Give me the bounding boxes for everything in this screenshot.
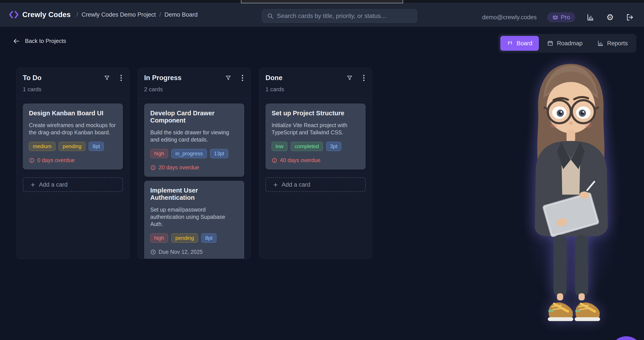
column-filter-button[interactable] — [346, 74, 353, 82]
column-header: In Progress — [138, 68, 250, 99]
card-due-text: 0 days overdue — [37, 157, 75, 164]
breadcrumb: / Crewly Codes Demo Project / Demo Board — [76, 11, 198, 18]
bar-chart-icon — [586, 13, 594, 21]
tag-points: 3pt — [326, 142, 341, 151]
breadcrumb-separator: / — [159, 11, 161, 18]
card-title: Set up Project Structure — [272, 110, 360, 117]
tag-priority: low — [272, 142, 288, 151]
kebab-vertical-icon — [120, 75, 122, 81]
user-email: demo@crewly.codes — [482, 14, 537, 21]
card-title: Design Kanban Board UI — [29, 110, 117, 117]
back-to-projects-button[interactable]: Back to Projects — [13, 38, 66, 44]
column-title: Done — [266, 74, 346, 82]
column-todo: To Do — [16, 68, 129, 259]
column-card-count: 1 cards — [266, 86, 366, 93]
card-due-status: 20 days overdue — [150, 164, 238, 171]
card-due-status: 0 days overdue — [29, 157, 117, 164]
header-right: demo@crewly.codes Pro ⚙ — [482, 5, 634, 29]
column-menu-button[interactable] — [241, 74, 244, 82]
view-tabs: Board Roadmap Reports — [498, 34, 636, 53]
code-brackets-icon — [9, 10, 19, 19]
alert-circle-icon — [150, 165, 156, 170]
card-implement-user-auth[interactable]: Implement User Authentication Set up ema… — [144, 181, 244, 259]
search-icon — [267, 13, 273, 19]
chat-fab-button[interactable] — [610, 336, 643, 340]
column-menu-button[interactable] — [120, 74, 123, 82]
card-description: Set up email/password authentication usi… — [150, 206, 238, 228]
tab-roadmap[interactable]: Roadmap — [540, 36, 589, 51]
card-tags: medium pending 8pt — [29, 142, 117, 151]
brand-title: Crewly Codes — [22, 10, 71, 19]
browser-dialog-sliver — [241, 0, 403, 3]
card-due-text: 20 days overdue — [158, 164, 199, 171]
card-due-status: 40 days overdue — [272, 157, 360, 164]
crown-icon — [552, 15, 558, 20]
kebab-vertical-icon — [363, 75, 365, 81]
card-due-text: 40 days overdue — [280, 157, 320, 164]
column-menu-button[interactable] — [362, 74, 366, 82]
analytics-button[interactable] — [586, 13, 595, 22]
breadcrumb-project[interactable]: Crewly Codes Demo Project — [82, 11, 156, 18]
add-card-label: Add a card — [39, 181, 68, 188]
add-card-button[interactable]: + Add a card — [23, 177, 123, 192]
kebab-vertical-icon — [242, 75, 243, 81]
logout-icon — [626, 13, 634, 21]
card-due-status: Due Nov 12, 2025 — [150, 249, 238, 255]
plus-icon: + — [273, 181, 278, 188]
column-title: To Do — [23, 74, 103, 82]
tag-points: 8pt — [201, 233, 216, 243]
kanban-icon — [507, 40, 513, 46]
arrow-left-icon — [13, 38, 20, 44]
card-description: Build the side drawer for viewing and ed… — [150, 129, 238, 143]
column-in-progress: In Progress — [138, 68, 250, 259]
search-input[interactable] — [277, 12, 412, 19]
tag-priority: high — [150, 149, 168, 158]
tab-board-label: Board — [516, 40, 532, 47]
pro-badge[interactable]: Pro — [547, 12, 575, 22]
logout-button[interactable] — [625, 13, 634, 22]
funnel-icon — [226, 75, 231, 81]
tag-points: 13pt — [210, 149, 228, 158]
mascot-illustration — [525, 55, 616, 333]
search-bar[interactable] — [262, 9, 417, 23]
breadcrumb-board[interactable]: Demo Board — [164, 11, 198, 18]
card-tags: high in_progress 13pt — [150, 149, 238, 158]
kanban-columns: To Do — [16, 68, 372, 259]
bar-chart-icon — [597, 40, 604, 46]
plus-icon: + — [31, 181, 35, 188]
tab-roadmap-label: Roadmap — [557, 40, 582, 47]
tag-status: pending — [171, 233, 198, 243]
column-header: Done — [259, 68, 372, 99]
add-card-button[interactable]: + Add a card — [266, 177, 366, 192]
tag-priority: high — [150, 233, 168, 243]
tag-status: pending — [59, 142, 85, 151]
clock-icon — [150, 249, 156, 255]
card-tags: low completed 3pt — [272, 142, 360, 151]
tab-board[interactable]: Board — [500, 36, 539, 51]
tag-status: completed — [291, 142, 323, 151]
pro-badge-label: Pro — [561, 14, 570, 21]
alert-circle-icon — [29, 158, 34, 163]
gear-icon: ⚙ — [606, 13, 614, 21]
card-design-kanban-board-ui[interactable]: Design Kanban Board UI Create wireframes… — [23, 104, 123, 170]
column-card-count: 2 cards — [144, 86, 244, 93]
card-description: Create wireframes and mockups for the dr… — [29, 122, 117, 136]
column-filter-button[interactable] — [224, 74, 232, 82]
brand[interactable]: Crewly Codes — [9, 10, 71, 19]
alert-circle-icon — [272, 158, 277, 163]
breadcrumb-separator: / — [76, 11, 78, 18]
card-develop-card-drawer[interactable]: Develop Card Drawer Component Build the … — [144, 104, 244, 177]
funnel-icon — [104, 75, 110, 81]
column-header: To Do — [17, 68, 129, 99]
tag-status: in_progress — [171, 149, 206, 158]
tag-priority: medium — [29, 142, 56, 151]
column-filter-button[interactable] — [103, 74, 110, 82]
settings-button[interactable]: ⚙ — [606, 12, 615, 22]
card-set-up-project-structure[interactable]: Set up Project Structure Initialize Vite… — [266, 104, 366, 170]
card-description: Initialize Vite React project with TypeS… — [272, 122, 360, 136]
column-title: In Progress — [144, 74, 224, 82]
add-card-label: Add a card — [282, 181, 310, 188]
tab-reports-label: Reports — [607, 40, 628, 47]
tab-reports[interactable]: Reports — [591, 36, 634, 51]
card-title: Develop Card Drawer Component — [150, 110, 238, 124]
